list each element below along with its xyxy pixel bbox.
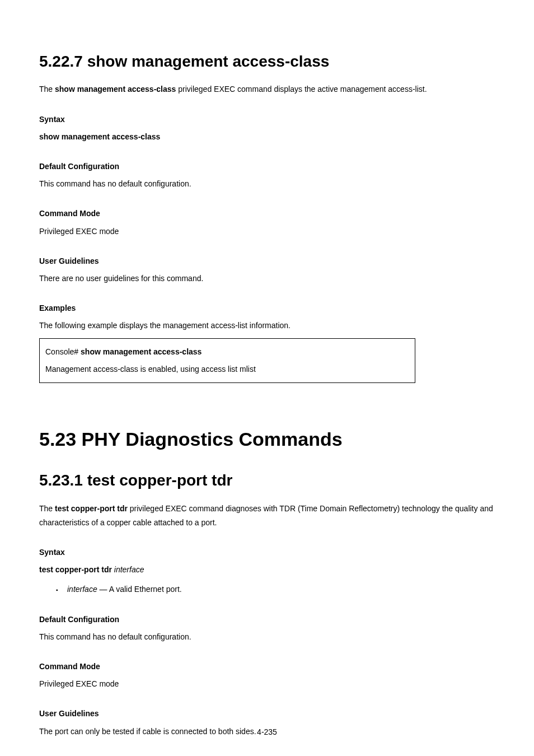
syntax-heading-2: Syntax [39,545,495,559]
intro-paragraph-1: The show management access-class privile… [39,82,495,96]
mode-heading-2: Command Mode [39,660,495,674]
section-title-2: 5.23.1 test copper-port tdr [39,466,495,494]
code-command: show management access-class [81,347,202,356]
intro-pre-2: The [39,504,55,513]
bullet-arg: interface [67,585,97,594]
intro-paragraph-2: The test copper-port tdr privileged EXEC… [39,502,495,530]
default-text-2: This command has no default configuratio… [39,630,495,644]
section-title-1: 5.22.7 show management access-class [39,48,495,76]
mode-heading-1: Command Mode [39,207,495,221]
syntax-line-2: test copper-port tdr interface [39,563,495,577]
syntax-heading-1: Syntax [39,113,495,127]
chapter-title: 5.23 PHY Diagnostics Commands [39,422,495,456]
guidelines-heading-1: User Guidelines [39,254,495,268]
intro-cmd-1: show management access-class [55,85,176,94]
intro-pre-1: The [39,85,55,94]
mode-text-2: Privileged EXEC mode [39,677,495,691]
code-prompt: Console# [45,347,81,356]
bullet-icon: ▪ [56,585,67,595]
guidelines-text-1: There are no user guidelines for this co… [39,272,495,286]
bullet-desc: — A valid Ethernet port. [97,585,182,594]
bullet-item: ▪ interface — A valid Ethernet port. [56,582,495,596]
page-container: 5.22.7 show management access-class The … [0,0,534,756]
examples-heading-1: Examples [39,301,495,315]
intro-cmd-2: test copper-port tdr [55,504,128,513]
code-line-2: Management access-class is enabled, usin… [45,361,409,378]
examples-text-1: The following example displays the manag… [39,319,495,333]
mode-text-1: Privileged EXEC mode [39,225,495,239]
default-heading-2: Default Configuration [39,613,495,627]
guidelines-heading-2: User Guidelines [39,707,495,721]
syntax-cmd-1: show management access-class [39,130,495,144]
syntax-arg-2: interface [114,565,144,574]
syntax-cmd-2: test copper-port tdr [39,565,114,574]
intro-post-1: privileged EXEC command displays the act… [176,85,427,94]
bullet-content: interface — A valid Ethernet port. [67,582,182,596]
default-heading-1: Default Configuration [39,160,495,174]
page-number: 4-235 [0,725,534,739]
code-line-1: Console# show management access-class [45,343,409,361]
default-text-1: This command has no default configuratio… [39,177,495,191]
code-block: Console# show management access-class Ma… [39,338,415,383]
